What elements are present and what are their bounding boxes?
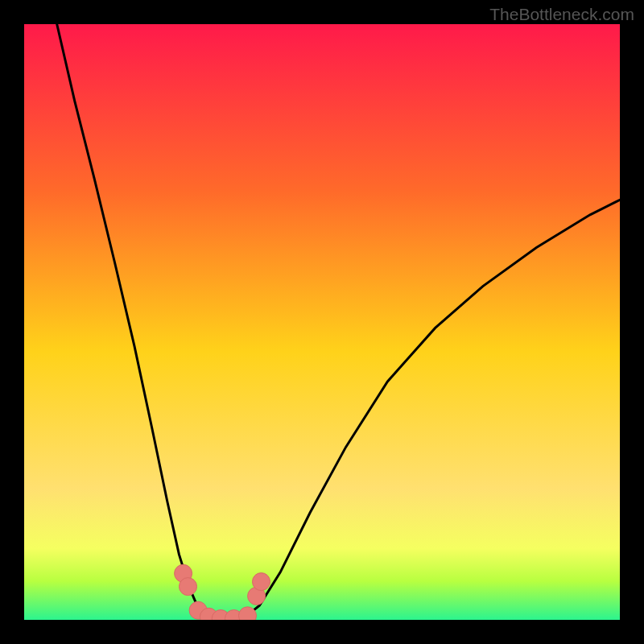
highlight-marker: [180, 578, 197, 596]
chart-area: [24, 24, 620, 620]
svg-rect-0: [24, 24, 620, 620]
watermark-text: TheBottleneck.com: [489, 5, 634, 24]
chart-svg: [24, 24, 620, 620]
highlight-marker: [253, 573, 270, 591]
